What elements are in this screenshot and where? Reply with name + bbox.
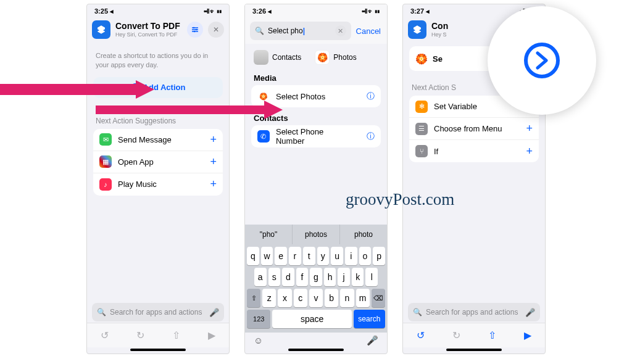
category-contacts[interactable]: Contacts [254, 50, 301, 65]
header: Convert To PDF Hey Siri, Convert To PDF … [87, 18, 229, 43]
key-z[interactable]: z [262, 289, 276, 307]
info-icon[interactable]: ⓘ [367, 91, 375, 102]
add-icon[interactable]: + [526, 145, 533, 158]
suggestion-play-music[interactable]: ♪ Play Music + [93, 173, 223, 196]
backspace-key[interactable]: ⌫ [372, 289, 385, 307]
key-o[interactable]: o [359, 247, 372, 265]
contacts-icon [254, 50, 268, 65]
zoom-callout-expand-action [488, 6, 596, 115]
result-label: Select Photos [276, 92, 325, 101]
key-b[interactable]: b [325, 289, 338, 307]
key-t[interactable]: t [303, 247, 315, 265]
key-g[interactable]: g [310, 268, 322, 286]
search-icon: 🔍 [255, 27, 264, 35]
key-p[interactable]: p [373, 247, 385, 265]
shortcut-title: Convert To PDF [115, 22, 182, 31]
mic-icon[interactable]: 🎤 [209, 308, 219, 317]
key-y[interactable]: y [317, 247, 330, 265]
search-field[interactable]: 🔍 Select pho| ✕ [250, 22, 351, 40]
info-icon[interactable]: ⓘ [367, 131, 375, 142]
key-q[interactable]: q [247, 247, 259, 265]
share-button[interactable]: ⇧ [488, 329, 496, 341]
suggestion-label: Choose from Menu [434, 124, 502, 133]
numbers-key[interactable]: 123 [247, 310, 270, 328]
suggestion-if[interactable]: ⑂ If + [409, 140, 539, 162]
keyboard-bottom: ☺ 🎤 [245, 333, 387, 347]
key-d[interactable]: d [282, 268, 294, 286]
space-key[interactable]: space [272, 310, 351, 328]
intro-text: Create a shortcut to actions you do in y… [87, 43, 229, 77]
branch-icon: ⑂ [415, 145, 428, 157]
key-u[interactable]: u [331, 247, 343, 265]
key-r[interactable]: r [289, 247, 301, 265]
key-w[interactable]: w [261, 247, 273, 265]
key-j[interactable]: j [338, 268, 350, 286]
suggestion-label: Open App [118, 157, 154, 167]
photos-icon: 🏵️ [315, 50, 330, 65]
category-label: Contacts [272, 53, 301, 62]
play-button[interactable]: ▶ [524, 329, 531, 341]
search-icon: 🔍 [97, 308, 106, 316]
search-key[interactable]: search [354, 310, 385, 328]
home-indicator[interactable] [288, 349, 344, 351]
prediction-bar: "pho" photos photo [245, 225, 387, 244]
shortcut-title: Con [431, 22, 450, 31]
shortcut-app-icon [92, 20, 110, 39]
key-h[interactable]: h [324, 268, 336, 286]
key-n[interactable]: n [340, 289, 354, 307]
mic-icon[interactable]: 🎤 [525, 308, 535, 317]
prediction-2[interactable]: photos [293, 225, 340, 244]
result-label: Select Phone Number [276, 127, 354, 146]
svg-point-2 [194, 31, 196, 33]
search-bar[interactable]: 🔍 Search for apps and actions 🎤 [408, 303, 540, 321]
close-button[interactable]: ✕ [208, 22, 224, 38]
redo-button[interactable]: ↻ [136, 329, 144, 341]
redo-button[interactable]: ↻ [452, 329, 460, 341]
key-row-1: qwertyuiop [247, 247, 385, 265]
play-button[interactable]: ▶ [208, 329, 215, 341]
suggestion-open-app[interactable]: ▦ Open App + [93, 151, 223, 173]
cancel-button[interactable]: Cancel [356, 27, 381, 36]
add-icon[interactable]: + [210, 178, 217, 191]
key-e[interactable]: e [275, 247, 287, 265]
key-c[interactable]: c [294, 289, 307, 307]
share-button[interactable]: ⇧ [172, 329, 180, 341]
shift-key[interactable]: ⇧ [247, 289, 260, 307]
variable-icon: ✻ [415, 101, 428, 113]
settings-button[interactable] [187, 22, 203, 38]
undo-button[interactable]: ↺ [101, 329, 109, 341]
key-s[interactable]: s [268, 268, 281, 286]
key-row-3: ⇧ zxcvbnm ⌫ [247, 289, 385, 307]
clear-search-button[interactable]: ✕ [335, 25, 346, 36]
undo-button[interactable]: ↺ [417, 329, 425, 341]
key-i[interactable]: i [345, 247, 357, 265]
home-indicator[interactable] [446, 349, 502, 351]
search-icon: 🔍 [413, 308, 422, 316]
home-indicator[interactable] [130, 349, 186, 351]
suggestion-send-message[interactable]: ✉ Send Message + [93, 129, 223, 151]
add-icon[interactable]: + [210, 155, 217, 168]
key-m[interactable]: m [356, 289, 370, 307]
search-bar[interactable]: 🔍 Search for apps and actions 🎤 [92, 303, 224, 321]
key-f[interactable]: f [296, 268, 309, 286]
emoji-button[interactable]: ☺ [254, 335, 263, 346]
result-select-phone[interactable]: ✆ Select Phone Number ⓘ [251, 125, 381, 147]
key-x[interactable]: x [278, 289, 291, 307]
prediction-3[interactable]: photo [340, 225, 387, 244]
key-l[interactable]: l [365, 268, 378, 286]
suggestion-label: If [434, 147, 438, 156]
search-header: 🔍 Select pho| ✕ Cancel [245, 18, 387, 44]
dictation-button[interactable]: 🎤 [367, 335, 378, 346]
add-icon[interactable]: + [210, 133, 217, 146]
key-row-4: 123 space search [247, 310, 385, 328]
suggestion-choose-menu[interactable]: ☰ Choose from Menu + [409, 118, 539, 140]
keyboard: "pho" photos photo qwertyuiop asdfghjkl … [245, 225, 387, 354]
add-icon[interactable]: + [526, 122, 533, 135]
key-v[interactable]: v [309, 289, 323, 307]
key-a[interactable]: a [254, 268, 267, 286]
panel-1-shortcut-editor: 3:25 ◂ ••ll ᯤ ▮▮ Convert To PDF Hey Siri… [86, 4, 230, 354]
prediction-1[interactable]: "pho" [245, 225, 293, 244]
key-k[interactable]: k [352, 268, 364, 286]
category-photos[interactable]: 🏵️ Photos [315, 50, 356, 65]
contacts-results: ✆ Select Phone Number ⓘ [251, 125, 381, 147]
